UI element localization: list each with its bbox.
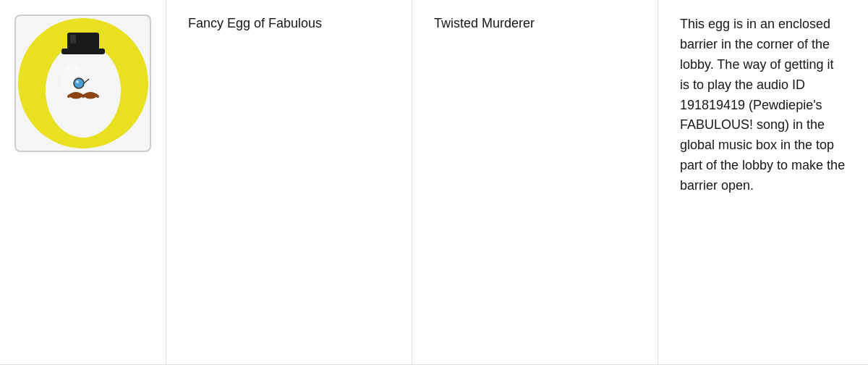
svg-rect-5: [70, 35, 76, 43]
game-name-column: Twisted Murderer: [412, 0, 658, 364]
game-name: Twisted Murderer: [434, 14, 535, 33]
egg-description: This egg is in an enclosed barrier in th…: [680, 14, 846, 196]
egg-illustration: [18, 18, 148, 148]
description-column: This egg is in an enclosed barrier in th…: [658, 0, 868, 364]
egg-row: Fancy Egg of Fabulous Twisted Murderer T…: [0, 0, 868, 365]
svg-point-6: [74, 78, 84, 88]
egg-image-wrapper: [14, 14, 151, 152]
egg-name: Fancy Egg of Fabulous: [188, 14, 322, 33]
svg-point-7: [76, 80, 79, 83]
egg-name-column: Fancy Egg of Fabulous: [166, 0, 412, 364]
egg-image-column: [0, 0, 166, 364]
svg-point-1: [46, 43, 121, 138]
